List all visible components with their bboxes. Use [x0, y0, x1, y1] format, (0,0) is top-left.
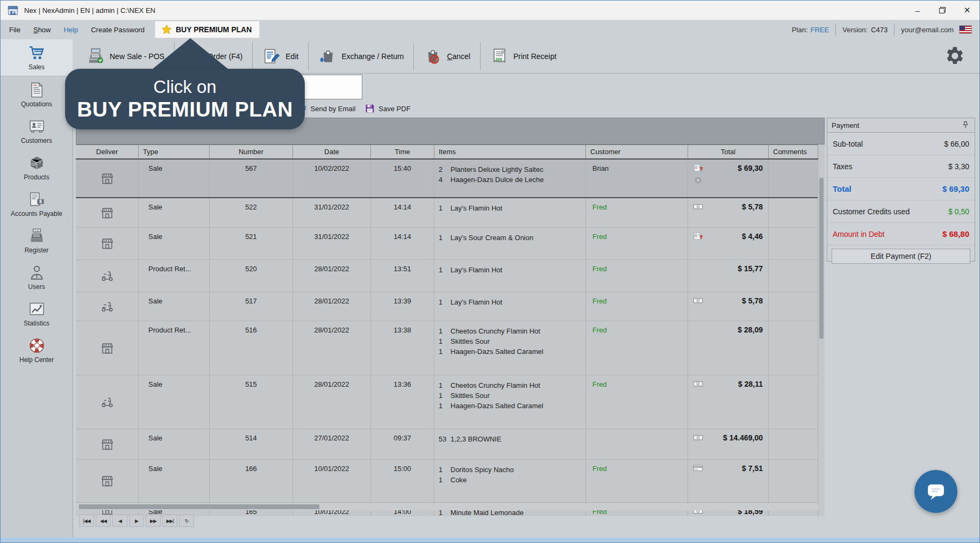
total-cell: $ 4,46: [688, 228, 769, 259]
column-header-items[interactable]: Items: [434, 145, 586, 158]
menu-create-password[interactable]: Create Password: [84, 20, 151, 39]
pager-rewind-button[interactable]: ◀◀: [96, 515, 111, 527]
sidebar-item-label: Users: [28, 283, 45, 291]
app-icon: [7, 4, 19, 16]
sidebar-item-customers[interactable]: Customers: [1, 113, 73, 149]
buy-premium-plan-button[interactable]: BUY PREMIUM PLAN: [155, 21, 259, 38]
table-row-516[interactable]: Product Ret... 516 28/01/2022 13:38 1Che…: [76, 321, 818, 375]
table-row-515[interactable]: Sale 515 28/01/2022 13:36 1Cheetos Crunc…: [76, 375, 818, 429]
sidebar-item-users[interactable]: Users: [1, 259, 73, 295]
sidebar-item-label: Help Center: [19, 356, 54, 364]
menu-show[interactable]: Show: [27, 20, 58, 39]
tooltip-line1: Click on: [153, 77, 216, 97]
horizontal-scrollbar[interactable]: [76, 503, 818, 510]
vertical-scrollbar[interactable]: [818, 160, 825, 510]
column-header-time[interactable]: Time: [371, 145, 434, 158]
table-row-520[interactable]: Product Ret... 520 28/01/2022 13:51 1Lay…: [76, 260, 818, 292]
vertical-scrollbar-thumb[interactable]: [819, 178, 824, 339]
scooter-icon: [100, 269, 115, 283]
sales-table: DeliverTypeNumberDateTimeItemsCustomerTo…: [76, 144, 825, 516]
column-header-total[interactable]: Total: [688, 145, 769, 158]
toolbar-exchange-return-button[interactable]: Exchange / Return: [309, 42, 413, 71]
payment-row-customer-credits-used: Customer Credits used$ 0,50: [827, 200, 975, 223]
horizontal-scrollbar-thumb[interactable]: [79, 504, 319, 509]
action-save-pdf[interactable]: Save PDF: [364, 103, 410, 114]
time-cell: 15:00: [371, 460, 434, 502]
close-button[interactable]: ✕: [955, 1, 979, 20]
toolbar-edit-button[interactable]: Edit: [253, 42, 308, 71]
deliver-cell: [76, 460, 139, 502]
minimize-button[interactable]: –: [905, 1, 930, 20]
pager-last-button[interactable]: ▶▶|: [162, 515, 177, 527]
toolbar-cancel-button[interactable]: Cancel: [414, 42, 480, 71]
svg-text:0.00: 0.00: [34, 229, 39, 232]
pager-forward-button[interactable]: ▶▶: [146, 515, 161, 527]
payment-row-total: Total$ 69,30: [827, 178, 975, 200]
restore-button[interactable]: [930, 1, 955, 20]
total-value: $ 14.469,00: [723, 433, 763, 442]
number-cell: 522: [210, 198, 293, 227]
column-header-comments[interactable]: Comments: [769, 145, 818, 158]
type-cell: Sale: [139, 228, 210, 259]
toolbar-button-label: Print Receipt: [513, 52, 556, 61]
total-cell: $ 14.469,00: [688, 429, 769, 459]
column-header-date[interactable]: Date: [293, 145, 371, 158]
sidebar-item-sales[interactable]: Sales: [1, 39, 73, 76]
tooltip-line2: BUY PREMIUM PLAN: [77, 97, 293, 122]
sidebar-item-products[interactable]: Products: [1, 149, 73, 186]
column-header-type[interactable]: Type: [139, 145, 210, 158]
plan-value[interactable]: FREE: [811, 26, 829, 34]
action-send-by-email[interactable]: @Send by Email: [296, 103, 356, 114]
items-cell: 531,2,3 BROWNIE: [434, 429, 586, 459]
item-line: 1Lay's Flamin Hot: [439, 203, 581, 213]
pager-refresh-button[interactable]: ↻: [179, 515, 194, 527]
table-row-567[interactable]: Sale 567 10/02/2022 15:40 2Planters Delu…: [76, 160, 818, 198]
plan-label: Plan:: [792, 26, 808, 34]
menubar-right: Plan: FREE Version: C473 your@email.com: [792, 20, 972, 39]
items-cell: 2Planters Deluxe Lightly Saltec4Haagen-D…: [434, 160, 586, 197]
sidebar-item-help-center[interactable]: Help Center: [1, 332, 73, 368]
table-row-521[interactable]: Sale 521 31/01/2022 14:14 1Lay's Sour Cr…: [76, 228, 818, 260]
column-header-customer[interactable]: Customer: [586, 145, 688, 158]
edit-payment-button[interactable]: Edit Payment (F2): [832, 249, 970, 264]
total-value: $ 4,46: [742, 232, 763, 241]
scooter-icon: [100, 299, 115, 314]
time-cell: 13:39: [371, 292, 434, 321]
table-row-517[interactable]: Sale 517 28/01/2022 13:39 1Lay's Flamin …: [76, 292, 818, 321]
payment-label: Amount in Debt: [833, 230, 885, 238]
table-row-166[interactable]: Sale 166 10/01/2022 15:00 1Doritos Spicy…: [76, 460, 818, 503]
sidebar-item-quotations[interactable]: Quotations: [1, 76, 73, 113]
customer-cell: Fred: [586, 228, 688, 259]
sidebar-item-label: Accounts Payable: [11, 210, 62, 218]
statistics-icon: [28, 300, 46, 318]
item-line: 1Coke: [439, 475, 581, 485]
pager-prev-button[interactable]: ◀: [112, 515, 127, 527]
table-row-514[interactable]: Sale 514 27/01/2022 09:37 531,2,3 BROWNI…: [76, 429, 818, 460]
account-email[interactable]: your@email.com: [901, 26, 954, 34]
pin-icon[interactable]: [961, 120, 970, 130]
pager-first-button[interactable]: |◀◀: [79, 515, 94, 527]
menu-help[interactable]: Help: [57, 20, 84, 39]
comments-cell: [769, 429, 818, 459]
floppy-icon: [364, 103, 376, 114]
svg-text:$$$: $$$: [496, 56, 502, 61]
menu-file[interactable]: File: [3, 20, 27, 39]
card-icon: [692, 462, 704, 474]
sidebar-item-label: Quotations: [21, 100, 52, 108]
pager-next-button[interactable]: ▶: [129, 515, 144, 527]
toolbar-print-receipt-button[interactable]: $$$Print Receipt: [481, 42, 566, 71]
payment-value: $ 0,50: [948, 207, 969, 216]
column-header-number[interactable]: Number: [210, 145, 293, 158]
contact-up-icon: [692, 230, 704, 242]
sidebar-item-statistics[interactable]: Statistics: [1, 295, 73, 332]
total-cell: $ 28,11: [688, 375, 769, 429]
gear-icon[interactable]: [943, 45, 965, 67]
sidebar-item-accounts-payable[interactable]: $Accounts Payable: [1, 186, 73, 222]
total-cell: $ 5,78: [688, 198, 769, 227]
sidebar-item-register[interactable]: 0.00Register: [1, 222, 73, 259]
chat-support-button[interactable]: [914, 470, 957, 513]
action-label: Send by Email: [311, 105, 356, 113]
us-flag-icon[interactable]: [959, 25, 972, 34]
table-row-522[interactable]: Sale 522 31/01/2022 14:14 1Lay's Flamin …: [76, 198, 818, 228]
column-header-deliver[interactable]: Deliver: [76, 145, 139, 158]
